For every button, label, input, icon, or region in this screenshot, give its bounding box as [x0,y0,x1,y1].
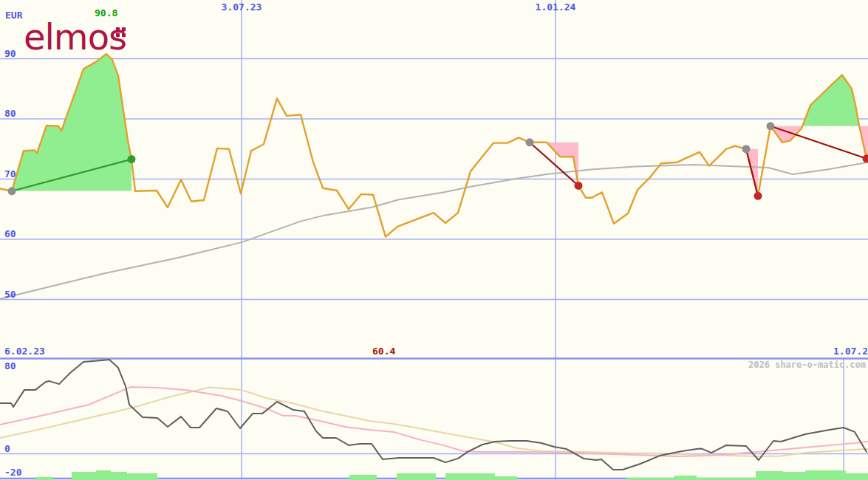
price-tick-label: 60 [4,229,16,239]
trade-exit-dot [754,192,762,200]
volume-bar [111,472,127,480]
volume-bar [445,473,495,480]
watermark: 2026 share-o-matic.com [748,360,866,369]
low-price-label: 60.4 [372,346,395,356]
logo-dot-icon [122,27,126,31]
elmos-logo: elmos [24,19,126,55]
price-tick-label: 90 [4,49,16,58]
volume-bar [495,476,517,480]
price-tick-label: 50 [4,289,16,299]
date-label: 1.07.24 [833,346,868,356]
stock-chart-page: EUR elmos 2026 share-o-matic.com 9080706… [0,0,868,480]
price-line [0,54,868,237]
trade-entry-dot [8,187,16,195]
indicator-tick-label: -20 [4,467,21,477]
volume-bar [805,470,846,480]
date-label: 6.02.23 [4,346,45,356]
trade-entry-dot [742,145,751,153]
trade-entry-dot [767,122,775,130]
logo-dot-icon [116,27,120,31]
chart-canvas [0,0,868,480]
price-tick-label: 80 [4,109,16,118]
price-tick-label: 70 [4,169,16,179]
volume-bar [397,473,436,480]
volume-bar [846,473,868,480]
currency-label: EUR [5,10,22,20]
trade-exit-dot [863,154,868,162]
trade-entry-dot [526,138,534,146]
trade-profit-fill [770,75,868,162]
volume-bar [674,476,697,480]
date-label: 3.07.23 [222,2,262,12]
logo-dot-icon [116,33,120,37]
volume-bar [72,472,96,480]
volume-bar [756,471,783,480]
volume-bar [96,470,111,480]
volume-bar [35,477,53,480]
trade-exit-dot [128,155,136,163]
trade-profit-fill [12,54,131,191]
trade-exit-dot [575,182,583,190]
indicator-tick-label: 80 [4,361,16,371]
volume-bar [127,473,157,480]
date-label: 1.01.24 [536,2,576,12]
high-price-label: 90.8 [95,8,117,18]
indicator-tick-label: 0 [4,444,10,453]
logo-dot-icon [122,33,126,37]
volume-bar [349,475,377,480]
volume-bar [783,472,805,480]
